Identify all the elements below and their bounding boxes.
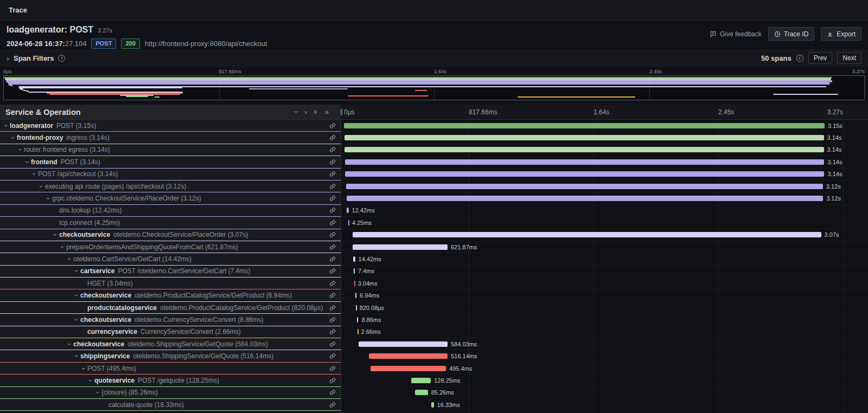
span-timeline-cell[interactable]: 12.42ms: [341, 205, 868, 217]
span-bar[interactable]: [411, 378, 431, 383]
span-name-cell[interactable]: ›router frontend egress (3.14s): [0, 144, 341, 156]
span-timeline-cell[interactable]: 584.03ms: [341, 338, 868, 350]
span-bar[interactable]: [354, 268, 355, 274]
span-timeline-cell[interactable]: 495.4ms: [341, 363, 868, 375]
span-name-cell[interactable]: ›loadgeneratorPOST (3.15s): [0, 120, 341, 132]
span-name-cell[interactable]: ›oteldemo.CartService/GetCart (14.42ms): [0, 253, 341, 265]
span-filters-toggle[interactable]: › Span Filters i: [7, 54, 65, 62]
export-button[interactable]: Export: [821, 27, 861, 41]
span-row[interactable]: ›grpc.oteldemo.CheckoutService/PlaceOrde…: [0, 192, 868, 204]
span-row[interactable]: ›{closure} (85.26ms)85.26ms: [0, 387, 868, 399]
span-row[interactable]: ›oteldemo.CartService/GetCart (14.42ms)1…: [0, 253, 868, 265]
span-link-icon[interactable]: [326, 305, 341, 311]
span-bar[interactable]: [347, 208, 348, 213]
span-row[interactable]: productcatalogserviceoteldemo.ProductCat…: [0, 302, 868, 314]
span-name-cell[interactable]: tcp.connect (4.25ms): [0, 217, 341, 229]
expand-chevron-icon[interactable]: ›: [94, 389, 101, 396]
span-row[interactable]: ›prepareOrderItemsAndShippingQuoteFromCa…: [0, 241, 868, 253]
expand-one-chevron-right-icon[interactable]: ›: [304, 108, 307, 116]
span-bar[interactable]: [353, 256, 355, 262]
span-row[interactable]: ›router frontend egress (3.14s)3.14s: [0, 144, 868, 156]
span-name-cell[interactable]: dns.lookup (12.42ms): [0, 205, 341, 217]
span-timeline-cell[interactable]: 621.87ms: [341, 241, 868, 253]
span-name-cell[interactable]: ›quoteservicePOST /getquote (128.25ms): [0, 375, 341, 386]
span-name-cell[interactable]: productcatalogserviceoteldemo.ProductCat…: [0, 302, 341, 314]
span-bar[interactable]: [344, 147, 824, 152]
expand-chevron-icon[interactable]: ›: [38, 183, 44, 190]
span-bar[interactable]: [359, 341, 448, 347]
expand-chevron-icon[interactable]: ›: [80, 365, 87, 372]
expand-chevron-icon[interactable]: ›: [66, 340, 73, 348]
span-bar[interactable]: [348, 220, 349, 225]
span-name-cell[interactable]: HGET (3.04ms): [0, 278, 341, 289]
span-link-icon[interactable]: [326, 159, 341, 165]
span-timeline-cell[interactable]: 3.14s: [341, 132, 868, 144]
span-row[interactable]: ›checkoutserviceoteldemo.CheckoutService…: [0, 229, 868, 241]
span-bar[interactable]: [344, 123, 825, 128]
span-name-cell[interactable]: ›checkoutserviceoteldemo.CurrencyService…: [0, 314, 341, 326]
span-link-icon[interactable]: [326, 341, 341, 347]
span-row[interactable]: ›loadgeneratorPOST (3.15s)3.15s: [0, 120, 868, 132]
span-row[interactable]: tcp.connect (4.25ms)4.25ms: [0, 217, 868, 229]
span-timeline-cell[interactable]: 16.33ms: [341, 399, 868, 411]
span-bar[interactable]: [345, 171, 824, 177]
span-link-icon[interactable]: [326, 231, 341, 238]
span-name-cell[interactable]: ›POST (495.4ms): [0, 363, 341, 375]
span-name-cell[interactable]: ›executing api route (pages) /api/checko…: [0, 180, 341, 192]
span-link-icon[interactable]: [326, 195, 341, 202]
expand-chevron-icon[interactable]: ›: [45, 195, 52, 202]
span-name-cell[interactable]: ›checkoutserviceoteldemo.ShippingService…: [0, 338, 341, 350]
span-link-icon[interactable]: [326, 292, 341, 299]
span-timeline-cell[interactable]: 2.66ms: [341, 326, 868, 338]
expand-chevron-icon[interactable]: ›: [87, 377, 94, 384]
span-row[interactable]: ›quoteservicePOST /getquote (128.25ms)12…: [0, 375, 868, 386]
span-link-icon[interactable]: [326, 377, 341, 384]
minimap[interactable]: [3, 75, 865, 100]
span-filters-label[interactable]: Span Filters: [14, 54, 54, 62]
expand-chevron-icon[interactable]: ›: [17, 146, 23, 153]
span-bar[interactable]: [344, 135, 824, 140]
expand-all-double-chevron-down-icon[interactable]: »: [312, 110, 320, 114]
span-bar[interactable]: [354, 281, 355, 286]
span-name-cell[interactable]: ›frontendPOST (3.14s): [0, 156, 341, 168]
span-timeline-cell[interactable]: 3.14s: [341, 156, 868, 168]
trace-id-button[interactable]: Trace ID: [768, 27, 815, 41]
span-link-icon[interactable]: [326, 171, 341, 177]
chevron-right-icon[interactable]: ›: [7, 54, 9, 62]
prev-span-button[interactable]: Prev: [808, 52, 833, 64]
span-row[interactable]: ›POST /api/checkout (3.14s)3.14s: [0, 169, 868, 180]
span-link-icon[interactable]: [326, 256, 341, 262]
give-feedback-button[interactable]: Give feedback: [710, 30, 762, 38]
span-link-icon[interactable]: [326, 328, 341, 335]
span-timeline-cell[interactable]: 3.12s: [341, 192, 868, 204]
span-row[interactable]: dns.lookup (12.42ms)12.42ms: [0, 205, 868, 217]
span-link-icon[interactable]: [326, 268, 341, 274]
span-timeline-cell[interactable]: 85.26ms: [341, 387, 868, 399]
span-timeline-cell[interactable]: 7.4ms: [341, 266, 868, 278]
span-link-icon[interactable]: [326, 244, 341, 250]
expand-chevron-icon[interactable]: ›: [24, 158, 30, 166]
span-link-icon[interactable]: [326, 183, 341, 190]
span-row[interactable]: ›checkoutserviceoteldemo.ShippingService…: [0, 338, 868, 350]
span-link-icon[interactable]: [326, 365, 341, 372]
span-link-icon[interactable]: [326, 389, 341, 396]
span-timeline-cell[interactable]: 128.25ms: [341, 375, 868, 386]
expand-chevron-icon[interactable]: ›: [73, 267, 80, 275]
span-bar[interactable]: [353, 244, 448, 250]
span-bar[interactable]: [358, 329, 359, 334]
span-timeline-cell[interactable]: 3.14s: [341, 169, 868, 180]
span-name-cell[interactable]: ›checkoutserviceoteldemo.ProductCatalogS…: [0, 289, 341, 301]
span-name-cell[interactable]: ›frontend-proxyingress (3.14s): [0, 132, 341, 144]
span-timeline-cell[interactable]: 6.94ms: [341, 289, 868, 301]
span-bar[interactable]: [347, 196, 824, 201]
span-timeline-cell[interactable]: 4.25ms: [341, 217, 868, 229]
span-name-cell[interactable]: currencyserviceCurrencyService/Convert (…: [0, 326, 341, 338]
span-bar[interactable]: [369, 353, 448, 359]
span-row[interactable]: ›executing api route (pages) /api/checko…: [0, 180, 868, 192]
next-span-button[interactable]: Next: [837, 52, 861, 64]
span-bar[interactable]: [345, 159, 824, 165]
span-timeline-cell[interactable]: 820.08μs: [341, 302, 868, 314]
span-bar[interactable]: [371, 366, 446, 371]
span-link-icon[interactable]: [326, 207, 341, 214]
expand-chevron-icon[interactable]: ›: [73, 316, 80, 324]
